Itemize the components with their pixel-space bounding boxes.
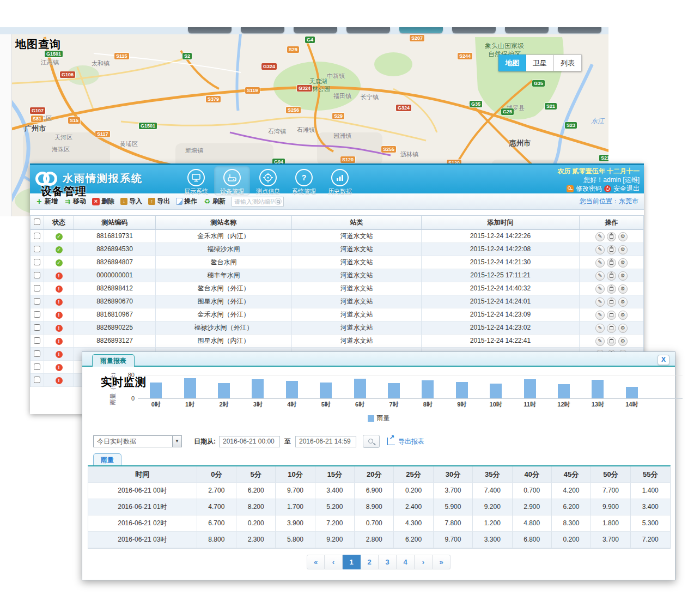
column-header: 添加时间 bbox=[422, 216, 580, 230]
edit-button[interactable]: ✎ bbox=[595, 271, 605, 281]
status-cell: ✓ bbox=[44, 230, 74, 243]
delete-button[interactable] bbox=[607, 232, 616, 241]
map-view-map-button[interactable]: 地图 bbox=[498, 54, 526, 71]
change-password-link[interactable]: 修改密码 bbox=[576, 184, 602, 193]
nav-item-label: 测点信息 bbox=[256, 187, 280, 196]
row-checkbox[interactable] bbox=[34, 350, 40, 357]
data-mode-select[interactable]: 今日实时数据 ▼ bbox=[93, 435, 182, 447]
road-badge: S23 bbox=[565, 122, 577, 129]
nav-item-station[interactable]: 测点信息 bbox=[250, 166, 286, 196]
tab-rain-report[interactable]: 雨量报表 bbox=[92, 354, 135, 367]
road-badge: S117 bbox=[95, 131, 110, 137]
station-name-cell: 鳌台水闸（外江） bbox=[156, 282, 292, 295]
cropped-nav-button[interactable] bbox=[241, 27, 284, 33]
row-checkbox[interactable] bbox=[34, 311, 40, 318]
delete-button[interactable] bbox=[607, 258, 616, 268]
settings-button[interactable]: ⚙ bbox=[618, 284, 628, 294]
station-type-cell: 河道水文站 bbox=[292, 308, 422, 321]
page-button-‹[interactable]: ‹ bbox=[325, 555, 343, 569]
nav-item-display[interactable]: 展示系统 bbox=[178, 166, 214, 196]
delete-button[interactable] bbox=[607, 245, 616, 254]
settings-button[interactable]: ⚙ bbox=[618, 232, 628, 241]
date-to-input[interactable] bbox=[295, 436, 356, 447]
cropped-nav-button[interactable] bbox=[452, 27, 496, 33]
row-checkbox[interactable] bbox=[34, 285, 40, 292]
toolbar-operate-button[interactable]: 操作 bbox=[176, 197, 197, 206]
delete-button[interactable] bbox=[607, 284, 616, 294]
value-cell: 0.200 bbox=[552, 532, 591, 548]
x-tick-label: 9时 bbox=[445, 400, 479, 409]
map-label: 太和镇 bbox=[92, 60, 109, 68]
row-checkbox[interactable] bbox=[34, 377, 40, 383]
delete-button[interactable] bbox=[607, 337, 616, 346]
column-header: 20分 bbox=[355, 466, 394, 483]
road-badge: G35 bbox=[470, 101, 482, 107]
toolbar-export-button[interactable]: ↑导出 bbox=[148, 197, 170, 206]
toolbar-delete-button[interactable]: ×删除 bbox=[92, 197, 114, 206]
toolbar-refresh-button[interactable]: ♻刷新 bbox=[203, 197, 226, 206]
time-cell: 2016-06-21 03时 bbox=[88, 532, 197, 548]
edit-button[interactable]: ✎ bbox=[595, 232, 605, 241]
settings-button[interactable]: ⚙ bbox=[618, 298, 628, 307]
page-button-1[interactable]: 1 bbox=[343, 555, 361, 569]
tab-rain[interactable]: 雨量 bbox=[93, 453, 121, 466]
page-button-2[interactable]: 2 bbox=[361, 555, 379, 569]
settings-button[interactable]: ⚙ bbox=[618, 311, 628, 320]
edit-button[interactable]: ✎ bbox=[595, 324, 605, 333]
page-button-4[interactable]: 4 bbox=[397, 555, 415, 569]
select-all-checkbox[interactable] bbox=[34, 219, 40, 225]
search-input[interactable] bbox=[234, 198, 275, 205]
page-button-«[interactable]: « bbox=[307, 555, 325, 569]
row-checkbox[interactable] bbox=[34, 324, 40, 331]
nav-item-system[interactable]: ?系统管理 bbox=[286, 166, 322, 196]
search-icon[interactable] bbox=[275, 198, 282, 205]
settings-button[interactable]: ⚙ bbox=[618, 245, 628, 254]
map-view-list-button[interactable]: 列表 bbox=[554, 54, 582, 71]
settings-button[interactable]: ⚙ bbox=[618, 271, 628, 281]
cropped-nav-button[interactable] bbox=[188, 27, 232, 33]
edit-button[interactable]: ✎ bbox=[595, 298, 605, 307]
export-report-link[interactable]: 导出报表 bbox=[398, 437, 424, 446]
nav-item-device[interactable]: 设备管理 bbox=[214, 166, 250, 196]
delete-button[interactable] bbox=[607, 298, 616, 307]
delete-button[interactable] bbox=[607, 271, 616, 281]
row-checkbox[interactable] bbox=[34, 233, 40, 239]
road-badge: S2 bbox=[182, 53, 192, 59]
cropped-nav-button[interactable] bbox=[558, 27, 601, 33]
edit-button[interactable]: ✎ bbox=[595, 258, 605, 268]
station-type-cell: 河道水文站 bbox=[292, 282, 422, 295]
search-button[interactable] bbox=[363, 435, 380, 448]
app-header: 水雨情测报系统 展示系统设备管理测点信息?系统管理历史数据 农历 贰零壹伍年 十… bbox=[30, 163, 644, 193]
edit-button[interactable]: ✎ bbox=[595, 337, 605, 346]
map-view-satellite-button[interactable]: 卫星 bbox=[526, 54, 554, 71]
chevron-down-icon[interactable]: ▼ bbox=[172, 436, 181, 447]
cropped-nav-button[interactable] bbox=[294, 27, 337, 33]
settings-button[interactable]: ⚙ bbox=[618, 337, 628, 346]
logout-link[interactable]: 安全退出 bbox=[613, 184, 640, 193]
page-button-3[interactable]: 3 bbox=[379, 555, 397, 569]
delete-button[interactable] bbox=[607, 324, 616, 333]
toolbar-import-button[interactable]: ↓导入 bbox=[120, 197, 142, 206]
cropped-nav-button[interactable] bbox=[505, 27, 549, 33]
edit-button[interactable]: ✎ bbox=[595, 284, 605, 294]
close-icon[interactable]: X bbox=[658, 355, 669, 365]
edit-button[interactable]: ✎ bbox=[595, 311, 605, 320]
delete-button[interactable] bbox=[607, 311, 616, 320]
question-icon: ? bbox=[295, 169, 313, 186]
row-checkbox[interactable] bbox=[34, 337, 40, 344]
nav-item-history[interactable]: 历史数据 bbox=[322, 166, 358, 196]
date-from-input[interactable] bbox=[219, 436, 280, 447]
cropped-nav-button[interactable] bbox=[399, 27, 443, 33]
cropped-nav-button[interactable] bbox=[346, 27, 390, 33]
edit-button[interactable]: ✎ bbox=[595, 245, 605, 254]
row-checkbox[interactable] bbox=[34, 272, 40, 278]
road-badge: G324 bbox=[297, 85, 312, 92]
row-checkbox[interactable] bbox=[34, 259, 40, 265]
row-checkbox[interactable] bbox=[34, 298, 40, 305]
row-checkbox[interactable] bbox=[34, 363, 40, 370]
page-button-›[interactable]: › bbox=[415, 555, 433, 569]
page-button-»[interactable]: » bbox=[433, 555, 451, 569]
settings-button[interactable]: ⚙ bbox=[618, 258, 628, 268]
row-checkbox[interactable] bbox=[34, 246, 40, 252]
settings-button[interactable]: ⚙ bbox=[618, 324, 628, 333]
